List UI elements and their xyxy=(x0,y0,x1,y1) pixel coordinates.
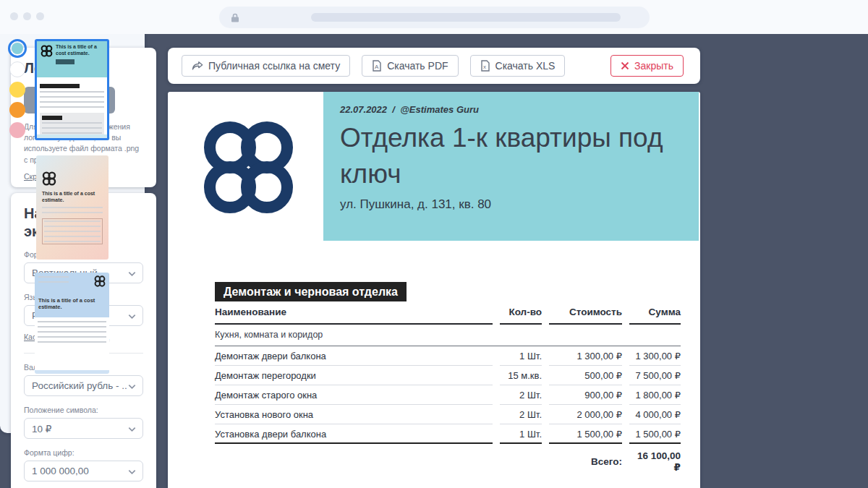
item-value: 7 500,00 ₽ xyxy=(629,366,681,385)
document-author: @Estimates Guru xyxy=(400,104,479,115)
pdf-file-icon: A xyxy=(372,60,382,72)
svg-text:x: x xyxy=(483,64,486,70)
table-row: Демонтаж перегородки15 м.кв.500,00 ₽7 50… xyxy=(215,366,681,385)
thumbnail-header: This is a title of a cost estimate. xyxy=(35,273,109,317)
currency-select[interactable]: Российский рубль - ... xyxy=(24,375,143,396)
mini-logo-icon xyxy=(94,275,106,290)
mini-badge xyxy=(42,116,62,120)
total-value: 16 100,00 ₽ xyxy=(629,450,681,473)
toolbar: Публичная ссылка на смету A Скачать PDF … xyxy=(168,48,700,84)
symbol-position-label: Положение символа: xyxy=(24,406,143,414)
mini-table-lines xyxy=(38,321,106,346)
number-format-label: Формта цифр: xyxy=(24,448,143,457)
table-row: Установка двери балкона1 Шт.1 500,00 ₽1 … xyxy=(215,424,681,444)
mini-badge xyxy=(40,84,80,88)
mini-logo-icon xyxy=(42,176,56,188)
chevron-down-icon xyxy=(127,424,137,434)
thumbnail-subtitle-bar xyxy=(56,59,75,64)
template-thumbnail-peach[interactable]: This is a title of a cost estimate. xyxy=(36,155,109,260)
item-value: 1 Шт. xyxy=(500,424,542,444)
document-address: ул. Пушкина, д. 131, кв. 80 xyxy=(340,197,684,212)
item-value: 1 500,00 ₽ xyxy=(549,424,622,444)
chevron-down-icon xyxy=(127,269,137,278)
item-value: 15 м.кв. xyxy=(500,366,542,385)
template-thumbnail-teal[interactable]: This is a title of a cost estimate. xyxy=(35,39,109,140)
download-pdf-button[interactable]: A Скачать PDF xyxy=(362,55,458,77)
color-swatch-yellow[interactable] xyxy=(9,82,25,98)
item-value: 2 Шт. xyxy=(500,385,542,405)
mini-table-lines xyxy=(38,276,69,286)
table-row: Демонтаж старого окна2 Шт.900,00 ₽1 800,… xyxy=(215,385,681,405)
document-title: Отделка 1-к квартиры под ключ xyxy=(340,120,684,192)
document-date: 22.07.2022 xyxy=(340,104,387,115)
share-icon xyxy=(192,61,203,71)
download-xls-button[interactable]: x Скачать XLS xyxy=(470,55,566,77)
section-badge: Демонтаж и черновая отделка xyxy=(215,282,407,301)
item-value: 1 800,00 ₽ xyxy=(629,385,681,405)
symbol-position-value: 10 ₽ xyxy=(32,423,51,435)
item-value: 4 000,00 ₽ xyxy=(629,405,681,424)
window-controls[interactable] xyxy=(10,12,44,20)
color-swatch-pink[interactable] xyxy=(9,122,25,138)
address-bar[interactable] xyxy=(219,7,650,28)
window-dot[interactable] xyxy=(10,12,18,20)
table-body: Демонтаж двери балкона1 Шт.1 300,00 ₽1 3… xyxy=(215,346,681,444)
color-swatch-teal[interactable] xyxy=(8,39,27,58)
thumbnail-body xyxy=(37,77,107,140)
download-xls-label: Скачать XLS xyxy=(495,60,556,72)
symbol-position-select[interactable]: 10 ₽ xyxy=(24,418,143,439)
item-value: 1 500,00 ₽ xyxy=(629,424,681,444)
column-header: Стоимость xyxy=(549,301,622,325)
window-dot[interactable] xyxy=(23,12,31,20)
table-row: Демонтаж двери балкона1 Шт.1 300,00 ₽1 3… xyxy=(215,346,681,366)
lock-icon xyxy=(231,13,239,22)
mini-grand-total-section xyxy=(42,218,103,244)
estimate-document: 22.07.2022 / @Estimates Guru Отделка 1-к… xyxy=(168,92,700,488)
public-link-button[interactable]: Публичная ссылка на смету xyxy=(182,55,350,77)
item-value: 2 000,00 ₽ xyxy=(549,405,622,424)
document-header: 22.07.2022 / @Estimates Guru Отделка 1-к… xyxy=(323,92,699,241)
number-format-value: 1 000 000,00 xyxy=(32,466,89,476)
window-dot[interactable] xyxy=(36,12,44,20)
xls-file-icon: x xyxy=(480,60,490,72)
item-name: Демонтаж старого окна xyxy=(215,385,493,405)
item-value: 1 300,00 ₽ xyxy=(629,346,681,366)
public-link-label: Публичная ссылка на смету xyxy=(208,60,340,72)
column-header: Кол-во xyxy=(500,301,542,325)
thumbnail-body xyxy=(35,317,109,346)
table-total-row: Всего: 16 100,00 ₽ xyxy=(215,444,681,473)
mini-logo-icon xyxy=(41,45,53,60)
close-button[interactable]: Закрыть xyxy=(610,55,684,77)
thumbnail-title: This is a title of a cost estimate. xyxy=(42,191,103,204)
template-thumbnail-blue[interactable]: This is a title of a cost estimate. xyxy=(35,273,109,374)
app-window: Логотип Загрузить Для наилучшего отображ… xyxy=(0,0,868,488)
item-name: Установка двери балкона xyxy=(215,424,493,444)
chevron-down-icon xyxy=(127,312,137,321)
color-swatch-orange[interactable] xyxy=(9,102,25,118)
thumbnail-title: This is a title of a cost estimate. xyxy=(38,297,109,310)
thumbnail-footer xyxy=(35,370,109,374)
item-value: 1 300,00 ₽ xyxy=(549,346,622,366)
table-group-row: Кухня, комната и коридор xyxy=(215,325,681,346)
download-pdf-label: Скачать PDF xyxy=(387,60,448,72)
url-placeholder xyxy=(311,13,621,22)
thumbnail-footer xyxy=(37,134,107,138)
svg-text:A: A xyxy=(375,64,379,70)
company-logo xyxy=(200,119,297,218)
color-swatch-white[interactable] xyxy=(9,61,25,77)
item-value: 900,00 ₽ xyxy=(549,385,622,405)
table-header-row: Наименование Кол-во Стоимость Сумма xyxy=(215,301,681,325)
item-name: Демонтаж перегородки xyxy=(215,366,493,385)
mini-table-lines xyxy=(40,91,104,110)
item-value: 500,00 ₽ xyxy=(549,366,622,385)
item-value: 1 Шт. xyxy=(500,346,542,366)
table-row: Установка нового окна2 Шт.2 000,00 ₽4 00… xyxy=(215,405,681,424)
close-label: Закрыть xyxy=(634,60,673,72)
number-format-select[interactable]: 1 000 000,00 xyxy=(24,461,143,481)
meta-separator: / xyxy=(392,104,395,115)
chevron-down-icon xyxy=(127,467,137,476)
chevron-down-icon xyxy=(127,382,137,391)
item-name: Установка нового окна xyxy=(215,405,493,424)
mini-table-lines xyxy=(44,221,101,242)
currency-value: Российский рубль - ... xyxy=(32,380,130,391)
